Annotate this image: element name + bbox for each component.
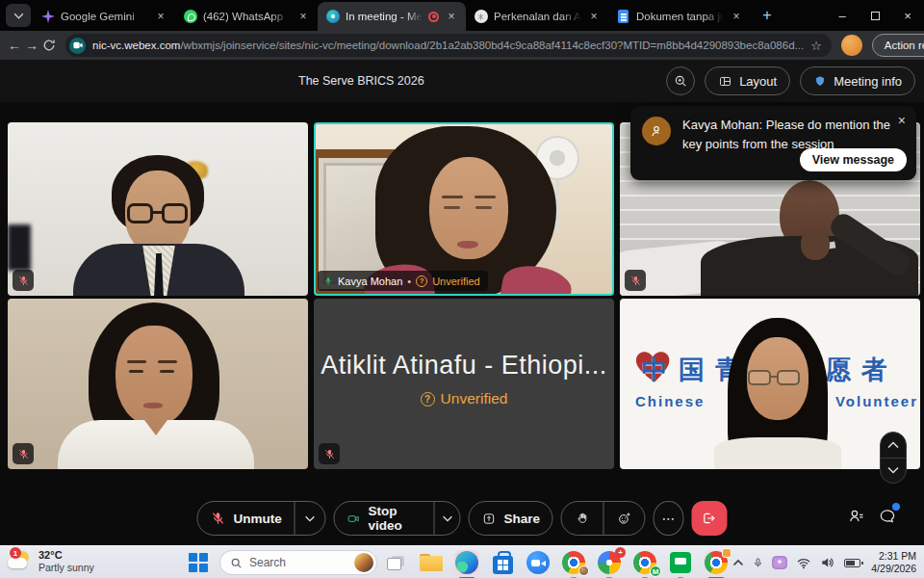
tab-in-meeting[interactable]: In meeting - Meeting ×	[318, 2, 466, 31]
taskbar-search[interactable]: Search	[219, 550, 377, 575]
forward-button[interactable]: →	[25, 34, 38, 57]
video-tile-atiklit-atinafu[interactable]: Atiklit Atinafu - Ethiopi... ? Unverifie…	[314, 299, 614, 469]
google-chat-button[interactable]	[668, 550, 693, 575]
participant-name: Kavya Mohan	[338, 276, 402, 287]
chevron-up-icon	[887, 441, 899, 449]
screen: Google Gemini × (462) WhatsApp × In meet…	[0, 0, 924, 578]
zoom-search-button[interactable]	[666, 66, 695, 95]
new-tab-button[interactable]: +	[755, 3, 780, 28]
bookmark-star-icon[interactable]: ☆	[810, 39, 822, 53]
window-close-button[interactable]: ×	[891, 0, 924, 31]
more-options-button[interactable]: ⋯	[654, 501, 683, 536]
stop-video-button[interactable]: Stop video	[335, 502, 434, 535]
video-tile-bottom-left[interactable]	[8, 299, 308, 469]
tab-google-docs[interactable]: Dokumen tanpa judul - G ×	[608, 2, 751, 31]
window-maximize-button[interactable]	[859, 0, 891, 31]
url-path: /wbxmjs/joinservice/sites/nic-vc/meeting…	[180, 39, 804, 51]
video-tile-kavya-mohan[interactable]: Kavya Mohan • ? Unverified	[314, 122, 614, 296]
search-icon	[230, 557, 243, 569]
weather-icon: 1	[7, 549, 33, 574]
audio-options-chevron[interactable]	[295, 502, 325, 535]
video-options-chevron[interactable]	[434, 502, 459, 535]
sender-avatar	[642, 117, 671, 145]
tab-title: Dokumen tanpa judul - G	[636, 11, 724, 22]
profile-avatar[interactable]	[841, 35, 862, 56]
back-button[interactable]: ←	[8, 34, 21, 57]
studio-effects-icon[interactable]	[772, 556, 787, 569]
chevron-down-icon	[887, 466, 899, 474]
weather-temp: 32°C	[38, 549, 94, 562]
windows-taskbar: 1 32°C Partly sunny Search + M	[0, 545, 924, 578]
reload-icon	[42, 39, 56, 52]
search-highlight-thumbnail[interactable]	[354, 553, 373, 572]
chat-notification-dot	[892, 503, 900, 511]
unmute-button[interactable]: Unmute	[197, 502, 294, 535]
taskbar-clock[interactable]: 2:31 PM 4/29/2026	[871, 550, 916, 575]
edge-button[interactable]	[454, 550, 479, 575]
tab-whatsapp[interactable]: (462) WhatsApp ×	[175, 2, 318, 31]
share-icon	[481, 512, 496, 526]
chrome-meeting-app-button[interactable]	[704, 550, 729, 575]
tab-google-gemini[interactable]: Google Gemini ×	[33, 2, 175, 31]
tab-title: (462) WhatsApp	[203, 11, 291, 22]
weather-widget[interactable]: 1 32°C Partly sunny	[7, 549, 94, 574]
video-tile-top-left[interactable]	[8, 122, 308, 296]
tab-title: In meeting - Meeting	[346, 11, 423, 22]
scroll-down-button[interactable]	[881, 459, 906, 484]
task-view-button[interactable]	[383, 550, 408, 575]
wifi-icon[interactable]	[796, 557, 811, 569]
action-required-label: Action required	[885, 39, 924, 51]
zoom-app-icon	[526, 551, 550, 574]
scroll-up-button[interactable]	[881, 433, 906, 459]
layout-button[interactable]: Layout	[705, 66, 790, 95]
maximize-icon	[871, 12, 880, 20]
taskbar-apps: + M	[383, 550, 729, 575]
chat-panel-button[interactable]	[878, 507, 897, 530]
tab-chatgpt[interactable]: Perkenalan dan Aksi Ben ×	[466, 2, 608, 31]
time: 2:31 PM	[871, 550, 916, 563]
zoom-app-button[interactable]	[526, 550, 551, 575]
raise-hand-button[interactable]	[562, 502, 603, 535]
window-minimize-button[interactable]: –	[826, 0, 859, 31]
muted-mic-badge	[13, 270, 34, 291]
google-docs-icon	[616, 10, 630, 24]
chrome-app-m-button[interactable]: M	[632, 550, 657, 575]
tab-close-icon[interactable]: ×	[730, 10, 743, 23]
chrome-profile-button[interactable]	[561, 550, 586, 575]
banner-english-left: Chinese	[635, 393, 705, 409]
hidden-icons-button[interactable]	[732, 559, 744, 566]
store-icon	[493, 556, 513, 574]
microsoft-store-button[interactable]	[490, 550, 515, 575]
action-required-button[interactable]: Action required ⋮	[872, 34, 924, 57]
start-button[interactable]	[189, 553, 208, 572]
tab-list-chevron-button[interactable]	[6, 4, 31, 27]
camera-on-icon	[347, 512, 361, 526]
reactions-button[interactable]	[603, 502, 645, 535]
tab-close-icon[interactable]: ×	[296, 10, 310, 23]
reload-button[interactable]	[42, 34, 56, 57]
layout-grid-icon	[718, 74, 732, 89]
video-tile-chinese-volunteer[interactable]: 中国青年志愿者 Chinese Volunteer	[620, 299, 920, 469]
tab-close-icon[interactable]: ×	[154, 10, 167, 23]
view-message-button[interactable]: View message	[800, 148, 907, 171]
mic-in-use-icon[interactable]	[753, 556, 763, 569]
share-button[interactable]: Share	[469, 502, 552, 535]
tab-close-icon[interactable]: ×	[587, 10, 601, 23]
webex-meeting-stage: The Serve BRICS 2026 Layout Meeting info	[0, 60, 924, 545]
participants-panel-button[interactable]	[847, 507, 866, 530]
layout-label: Layout	[739, 74, 777, 89]
leave-meeting-button[interactable]	[691, 501, 728, 536]
volume-icon[interactable]	[820, 556, 835, 569]
search-label: Search	[249, 556, 347, 569]
toast-close-icon[interactable]: ×	[898, 113, 906, 128]
m-badge: M	[650, 565, 661, 577]
chevron-down-icon	[305, 515, 316, 522]
battery-icon[interactable]	[844, 559, 860, 567]
google-photos-button[interactable]: +	[597, 550, 622, 575]
meeting-info-button[interactable]: Meeting info	[800, 66, 915, 95]
chat-notification-toast: Kavya Mohan: Please do mention the key p…	[630, 106, 916, 180]
file-explorer-button[interactable]	[419, 550, 444, 575]
address-bar[interactable]: nic-vc.webex.com/wbxmjs/joinservice/site…	[65, 34, 832, 57]
unverified-status-row: ? Unverified	[314, 390, 614, 407]
tab-close-icon[interactable]: ×	[445, 10, 458, 23]
